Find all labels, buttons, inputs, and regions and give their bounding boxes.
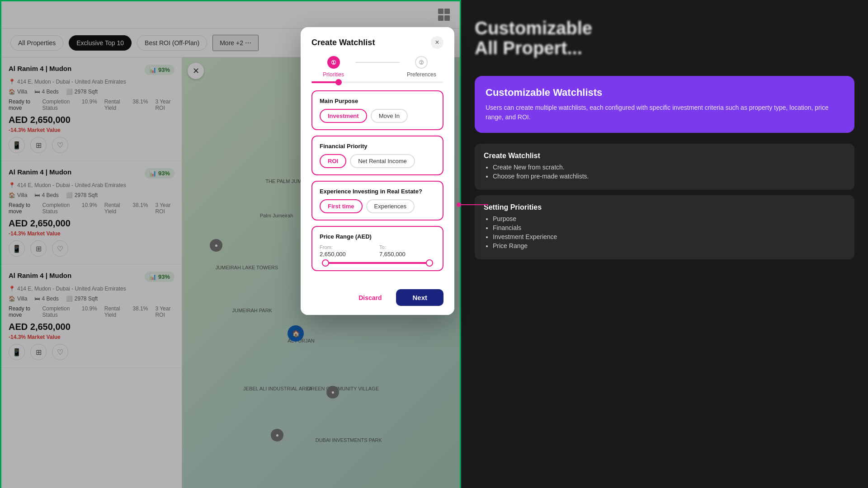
discard-btn[interactable]: Discard: [349, 289, 391, 306]
step-priorities: ① Priorities: [311, 56, 355, 78]
dialog-title: Create Watchlist: [311, 38, 375, 47]
price-from-group: From: 2,650,000: [320, 244, 376, 258]
price-from-label: From:: [320, 244, 376, 250]
main-purpose-title: Main Purpose: [320, 98, 435, 104]
progress-fill: [311, 81, 338, 83]
arrow-container: [457, 202, 488, 207]
progress-dot: [335, 79, 342, 85]
arrow-line: [457, 202, 488, 207]
stepper: ① Priorities ② Preferences: [301, 49, 454, 81]
dialog-header: Create Watchlist ×: [301, 27, 454, 49]
price-to-value: 7,650,000: [379, 251, 435, 258]
purple-card-title: Customizable Watchlists: [486, 87, 844, 99]
price-from-value: 2,650,000: [320, 251, 376, 258]
list-item: Purpose: [493, 215, 845, 222]
arrow-h-line: [461, 204, 488, 205]
main-purpose-section: Main Purpose Investment Move In: [311, 90, 443, 130]
setting-priorities-list: Purpose Financials Investment Experience…: [484, 215, 845, 249]
list-item: Create New from scratch.: [493, 164, 845, 171]
list-item: Financials: [493, 224, 845, 231]
dialog-footer: Discard Next: [301, 282, 454, 315]
list-item: Investment Experience: [493, 233, 845, 240]
progress-line: [301, 81, 454, 85]
step2-circle: ②: [415, 56, 428, 69]
financial-priority-title: Financial Priority: [320, 143, 435, 150]
create-watchlist-dialog: Create Watchlist × ① Priorities ② Prefer…: [301, 27, 454, 315]
price-to-label: To:: [379, 244, 435, 250]
price-range-row: From: 2,650,000 To: 7,650,000: [320, 244, 435, 258]
investment-option[interactable]: Investment: [320, 109, 367, 123]
step1-label: Priorities: [323, 71, 344, 78]
price-slider[interactable]: [320, 262, 435, 264]
dialog-close-btn[interactable]: ×: [431, 36, 443, 49]
financial-priority-options: ROI Net Rental Income: [320, 154, 435, 168]
next-btn[interactable]: Next: [396, 289, 443, 306]
net-rental-option[interactable]: Net Rental Income: [350, 154, 415, 168]
step1-circle: ①: [327, 56, 340, 69]
move-in-option[interactable]: Move In: [371, 109, 408, 123]
create-watchlist-info-title: Create Watchlist: [484, 152, 845, 160]
dialog-body: Main Purpose Investment Move In Financia…: [301, 85, 454, 282]
setting-priorities-card: Setting Priorities Purpose Financials In…: [475, 195, 854, 259]
step2-label: Preferences: [407, 71, 436, 78]
roi-option[interactable]: ROI: [320, 154, 346, 168]
financial-priority-section: Financial Priority ROI Net Rental Income: [311, 136, 443, 175]
create-watchlist-info-card: Create Watchlist Create New from scratch…: [475, 144, 854, 190]
slider-thumb-left[interactable]: [322, 259, 329, 267]
experience-title: Experience Investing in Real Estate?: [320, 188, 435, 195]
experience-section: Experience Investing in Real Estate? Fir…: [311, 181, 443, 221]
create-watchlist-info-list: Create New from scratch. Choose from pre…: [484, 164, 845, 180]
right-panel: CustomizableAll Propert... Customizable …: [461, 0, 868, 488]
slider-thumb-right[interactable]: [426, 259, 433, 267]
list-item: Choose from pre-made watchlists.: [493, 173, 845, 180]
price-to-group: To: 7,650,000: [379, 244, 435, 258]
setting-priorities-title: Setting Priorities: [484, 203, 845, 211]
arrow-dot: [457, 202, 461, 207]
price-range-section: Price Range (AED) From: 2,650,000 To: 7,…: [311, 226, 443, 271]
step-connector: [355, 62, 399, 63]
customizable-watchlists-card: Customizable Watchlists Users can create…: [475, 76, 854, 133]
slider-fill: [326, 262, 429, 264]
slider-track: [320, 262, 435, 264]
step-preferences: ② Preferences: [400, 56, 443, 78]
first-time-option[interactable]: First time: [320, 199, 363, 213]
list-item: Price Range: [493, 242, 845, 249]
experience-options: First time Experiences: [320, 199, 435, 213]
purple-card-body: Users can create multiple watchlists, ea…: [486, 103, 844, 122]
progress-track: [311, 81, 443, 83]
blurred-header: CustomizableAll Propert...: [475, 18, 854, 58]
price-range-title: Price Range (AED): [320, 233, 435, 240]
experienced-option[interactable]: Experiences: [366, 199, 415, 213]
main-purpose-options: Investment Move In: [320, 109, 435, 123]
